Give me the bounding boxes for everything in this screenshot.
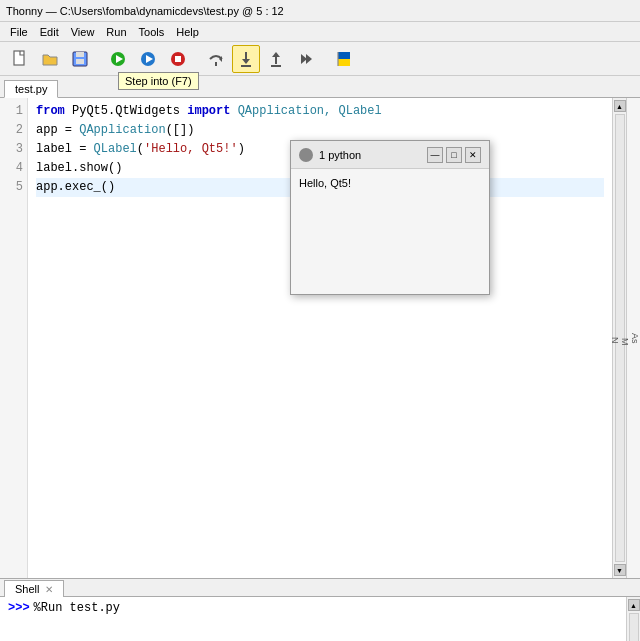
new-button[interactable] [6,45,34,73]
shell-scroll-up[interactable]: ▲ [628,599,640,611]
shell-scrollbar[interactable]: ▲ ▼ [626,597,640,641]
shell-area: Shell ✕ >>> %Run test.py ▲ ▼ [0,578,640,641]
menu-edit[interactable]: Edit [34,26,65,38]
open-button[interactable] [36,45,64,73]
shell-content-row: >>> %Run test.py ▲ ▼ [0,597,640,641]
qt-window-title: 1 python [319,149,424,161]
editor-tab[interactable]: test.py [4,80,58,98]
run-button[interactable] [104,45,132,73]
qt-window-icon [299,148,313,162]
flag-button[interactable] [330,45,358,73]
qt-app-window[interactable]: 1 python — □ ✕ Hello, Qt5! [290,140,490,295]
shell-tab-close[interactable]: ✕ [45,584,53,595]
menu-view[interactable]: View [65,26,101,38]
menu-run[interactable]: Run [100,26,132,38]
save-button[interactable] [66,45,94,73]
menu-help[interactable]: Help [170,26,205,38]
title-bar: Thonny — C:\Users\fomba\dynamicdevs\test… [0,0,640,22]
menu-file[interactable]: File [4,26,34,38]
code-line-2: app = QApplication([]) [36,121,604,140]
qt-window-titlebar: 1 python — □ ✕ [291,141,489,169]
shell-tab-bar: Shell ✕ [0,579,640,597]
svg-marker-13 [242,59,250,64]
editor-tab-bar: test.py [0,76,640,98]
shell-content[interactable]: >>> %Run test.py [0,597,626,641]
svg-rect-21 [338,59,350,66]
debug-button[interactable] [134,45,162,73]
qt-maximize-button[interactable]: □ [446,147,462,163]
qt-window-content: Hello, Qt5! [291,169,489,197]
scroll-up-arrow[interactable]: ▲ [614,100,626,112]
step-into-button[interactable] [232,45,260,73]
qt-minimize-button[interactable]: — [427,147,443,163]
right-panel-m: M [620,338,630,346]
toolbar: Step into (F7) [0,42,640,76]
svg-rect-2 [76,52,84,57]
svg-rect-20 [338,52,350,59]
scroll-down-arrow[interactable]: ▼ [614,564,626,576]
step-out-button[interactable] [262,45,290,73]
shell-scroll-track[interactable] [629,613,639,641]
shell-tab[interactable]: Shell ✕ [4,580,64,597]
resume-button[interactable] [292,45,320,73]
svg-marker-19 [306,54,312,64]
shell-command: %Run test.py [34,601,120,615]
qt-hello-text: Hello, Qt5! [299,177,351,189]
shell-prompt: >>> [8,601,30,615]
svg-rect-9 [175,56,181,62]
line-numbers: 1 2 3 4 5 [0,98,28,578]
svg-marker-16 [272,52,280,57]
right-panel: As M N ⊕ [626,98,640,578]
menu-bar: File Edit View Run Tools Help [0,22,640,42]
qt-close-button[interactable]: ✕ [465,147,481,163]
svg-rect-0 [14,51,24,65]
title-text: Thonny — C:\Users\fomba\dynamicdevs\test… [6,5,284,17]
stop-button[interactable] [164,45,192,73]
svg-rect-3 [76,59,84,64]
step-over-button[interactable] [202,45,230,73]
code-line-1: from PyQt5.QtWidgets import QApplication… [36,102,604,121]
menu-tools[interactable]: Tools [133,26,171,38]
right-panel-label: As [630,333,640,344]
